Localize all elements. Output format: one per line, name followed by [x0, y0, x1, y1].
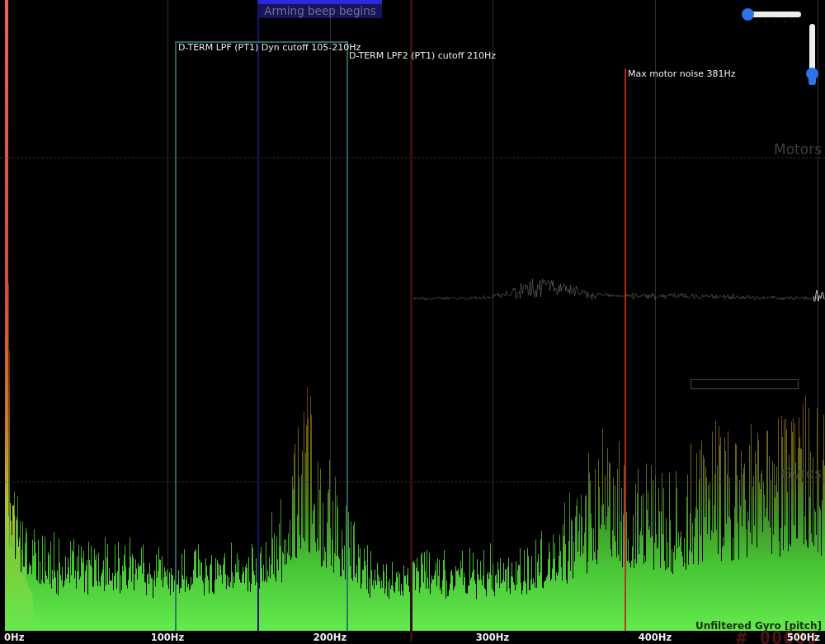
- arming-beep-marker-line: [257, 0, 259, 631]
- motors-row-label: Motors: [774, 141, 822, 157]
- vertical-zoom-slider-thumb-stem[interactable]: [808, 77, 816, 85]
- gyros-row-label: Gyros: [781, 465, 822, 482]
- dterm-lpf2-annotation: D-TERM LPF2 (PT1) cutoff 210Hz: [349, 50, 496, 61]
- series-legend-label: Unfiltered Gyro [pitch]: [695, 620, 822, 632]
- cutoff-250hz-marker-line: [410, 0, 412, 642]
- slider-tick: [794, 20, 794, 23]
- slider-tick: [785, 20, 785, 23]
- dterm-lpf-range-right-line: [346, 41, 348, 631]
- max-motor-noise-marker-line: [625, 68, 626, 631]
- slider-tick: [757, 20, 757, 23]
- max-motor-noise-annotation: Max motor noise 381Hz: [628, 68, 736, 79]
- motors-row-divider: [0, 157, 825, 158]
- arming-beep-marker-flag[interactable]: Arming beep begins: [258, 4, 382, 18]
- spectrum-canvas: [0, 0, 825, 644]
- dterm-lpf-range-left-line: [175, 41, 177, 631]
- spectrum-analyzer-view: Motors Gyros Arming beep begins D-TERM L…: [0, 0, 825, 644]
- slider-tick: [766, 20, 766, 23]
- dterm-lpf-annotation: D-TERM LPF (PT1) Dyn cutoff 105-210Hz: [178, 42, 361, 53]
- selection-box: [691, 379, 799, 389]
- gyros-row-divider: [0, 482, 825, 482]
- slider-tick: [776, 20, 776, 23]
- horizontal-zoom-slider-thumb[interactable]: [742, 8, 754, 21]
